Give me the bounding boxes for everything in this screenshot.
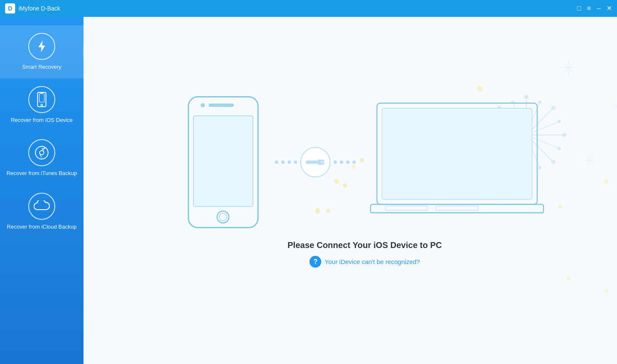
svg-point-3 (41, 104, 43, 106)
recover-itunes-label: Recover from iTunes Backup (6, 170, 77, 177)
music-icon (35, 146, 49, 160)
svg-point-31 (558, 120, 561, 123)
cloud-icon (34, 200, 50, 212)
minimize-icon[interactable]: – (597, 5, 601, 12)
svg-point-42 (567, 66, 570, 69)
connect-text: Please Connect Your iOS Device to PC (288, 240, 442, 250)
recover-ios-label: Recover from iOS Device (11, 116, 73, 124)
svg-point-53 (558, 205, 562, 209)
laptop-illustration (368, 99, 545, 225)
chat-icon[interactable]: □ (577, 5, 581, 12)
svg-rect-2 (39, 94, 44, 102)
lightning-icon (35, 40, 48, 53)
svg-line-59 (612, 102, 617, 109)
svg-line-60 (612, 102, 617, 109)
sidebar: Smart Recovery Recover from iOS Device (0, 17, 84, 364)
svg-rect-71 (382, 108, 532, 199)
help-icon[interactable]: ? (310, 256, 321, 267)
svg-point-66 (219, 213, 226, 221)
sidebar-item-recover-ios[interactable]: Recover from iOS Device (0, 78, 84, 132)
connector-icon (300, 147, 330, 177)
app-logo: D (5, 3, 15, 13)
svg-line-46 (585, 156, 594, 165)
recover-icloud-icon-circle (28, 193, 55, 220)
sidebar-item-recover-itunes[interactable]: Recover from iTunes Backup (0, 132, 84, 185)
illustration-area: Please Connect Your iOS Device to PC ? Y… (184, 92, 545, 267)
close-icon[interactable]: ✕ (606, 5, 612, 12)
svg-rect-72 (370, 204, 543, 213)
svg-point-27 (551, 106, 555, 110)
recover-itunes-icon-circle (28, 139, 55, 166)
phone-illustration (184, 92, 262, 232)
svg-rect-67 (305, 160, 317, 164)
svg-point-64 (200, 103, 205, 107)
help-text[interactable]: Your iDevice can't be recognized? (325, 258, 420, 265)
svg-line-40 (563, 62, 574, 73)
recover-icloud-label: Recover from iCloud Backup (7, 223, 76, 231)
svg-rect-63 (208, 103, 234, 107)
svg-point-24 (562, 133, 566, 137)
svg-line-45 (585, 156, 594, 165)
smart-recovery-icon-circle (28, 33, 55, 60)
svg-point-30 (558, 147, 561, 150)
svg-point-26 (551, 160, 555, 164)
svg-point-47 (588, 159, 591, 162)
main-layout: Smart Recovery Recover from iOS Device (0, 17, 617, 364)
smart-recovery-label: Smart Recovery (22, 63, 61, 71)
svg-point-54 (604, 179, 609, 184)
svg-rect-62 (193, 116, 253, 206)
svg-rect-73 (385, 206, 427, 210)
svg-rect-74 (436, 206, 478, 210)
svg-rect-69 (321, 161, 324, 163)
sidebar-item-smart-recovery[interactable]: Smart Recovery (0, 25, 84, 78)
window-controls: □ ≡ – ✕ (577, 5, 612, 12)
svg-point-65 (217, 211, 229, 223)
title-bar: D iMyfone D-Back □ ≡ – ✕ (0, 0, 617, 17)
svg-line-41 (563, 62, 574, 73)
content-area: Please Connect Your iOS Device to PC ? Y… (84, 17, 617, 364)
illustration-row (184, 92, 545, 232)
help-row: ? Your iDevice can't be recognized? (310, 256, 420, 267)
sidebar-item-recover-icloud[interactable]: Recover from iCloud Backup (0, 185, 84, 238)
phone-icon (36, 92, 48, 107)
app-title: iMyfone D-Back (19, 5, 60, 12)
svg-rect-1 (38, 92, 46, 107)
svg-point-51 (477, 86, 483, 92)
svg-point-56 (604, 289, 609, 293)
menu-icon[interactable]: ≡ (587, 5, 591, 12)
title-bar-left: D iMyfone D-Back (5, 3, 60, 13)
svg-point-55 (566, 276, 571, 280)
svg-marker-0 (38, 40, 45, 52)
connection-line (275, 147, 356, 177)
recover-ios-icon-circle (28, 86, 55, 113)
